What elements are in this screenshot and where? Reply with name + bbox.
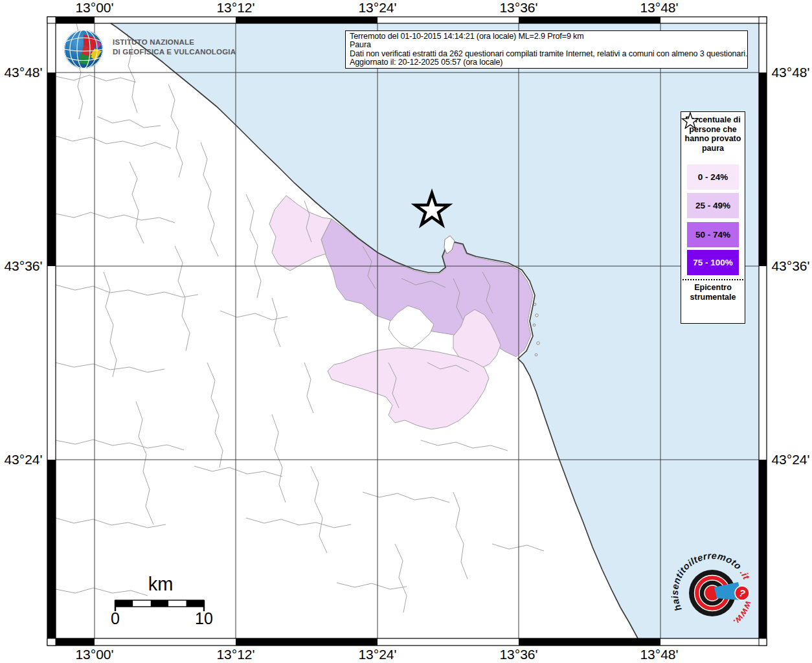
legend-label: 25 - 49% — [695, 201, 730, 210]
axis-bottom-1324: 13°24' — [342, 647, 413, 662]
axis-left-4336: 43°36' — [1, 258, 45, 274]
scalebar-end: 10 — [190, 609, 218, 628]
legend-star-icon — [681, 112, 699, 129]
legend-swatch-75-100: 75 - 100% — [687, 250, 739, 275]
scalebar-start: 0 — [107, 609, 123, 628]
legend-epicenter-label: Epicentro strumentale — [681, 283, 745, 302]
axis-left-4324: 43°24' — [1, 452, 45, 467]
legend-divider — [682, 279, 743, 280]
axis-top-1348: 13°48' — [624, 0, 695, 16]
ingv-globe-icon — [63, 28, 104, 70]
axis-top-1336: 13°36' — [483, 0, 554, 16]
legend-swatch-25-49: 25 - 49% — [687, 193, 739, 218]
logo-text-www: www. — [731, 600, 754, 627]
axis-bottom-1336: 13°36' — [483, 647, 554, 662]
axis-right-4348: 43°48' — [769, 65, 812, 80]
event-info-box: Terremoto del 01-10-2015 14:14:21 (ora l… — [345, 30, 748, 69]
axis-bottom-1312: 13°12' — [200, 647, 271, 662]
ingv-name-line1: ISTITUTO NAZIONALE — [113, 38, 236, 47]
scalebar-unit: km — [130, 574, 192, 595]
frame-corner — [759, 17, 767, 23]
axis-top-1312: 13°12' — [200, 0, 271, 16]
axis-bottom-1300: 13°00' — [59, 647, 130, 662]
axis-top-1324: 13°24' — [342, 0, 413, 16]
axis-right-4336: 43°36' — [769, 258, 812, 274]
legend-swatch-50-74: 50 - 74% — [687, 222, 739, 247]
ingv-name-line2: DI GEOFISICA E VULCANOLOGIA — [113, 47, 236, 57]
frame-corner — [47, 17, 56, 23]
axis-bottom-1348: 13°48' — [624, 647, 695, 662]
felt-report-map-page: 13°00' 13°12' 13°24' 13°36' 13°48' 13°00… — [0, 0, 812, 663]
axis-right-4324: 43°24' — [769, 452, 812, 467]
event-title: Terremoto del 01-10-2015 14:14:21 (ora l… — [350, 32, 743, 41]
event-updated: Aggiornato il: 20-12-2025 05:57 (ora loc… — [350, 58, 743, 67]
ingv-logo: ISTITUTO NAZIONALE DI GEOFISICA E VULCAN… — [63, 28, 231, 73]
event-question: Paura — [350, 41, 743, 49]
legend-label: 75 - 100% — [693, 258, 733, 267]
axis-left-4348: 43°48' — [1, 65, 45, 80]
frame-corner — [47, 638, 56, 646]
legend-label: 50 - 74% — [695, 230, 730, 240]
logo-text-tld: .it — [738, 568, 752, 582]
axis-top-1300: 13°00' — [59, 0, 130, 16]
legend: Percentuale di persone che hanno provato… — [681, 111, 745, 324]
legend-swatch-0-24: 0 - 24% — [687, 164, 739, 190]
haisentitoilterremoto-logo: ? haisentitoilterremoto .it www. — [662, 550, 772, 638]
frame-corner — [759, 638, 767, 646]
event-note: Dati non verificati estratti da 262 ques… — [350, 50, 743, 58]
legend-label: 0 - 24% — [698, 172, 728, 182]
